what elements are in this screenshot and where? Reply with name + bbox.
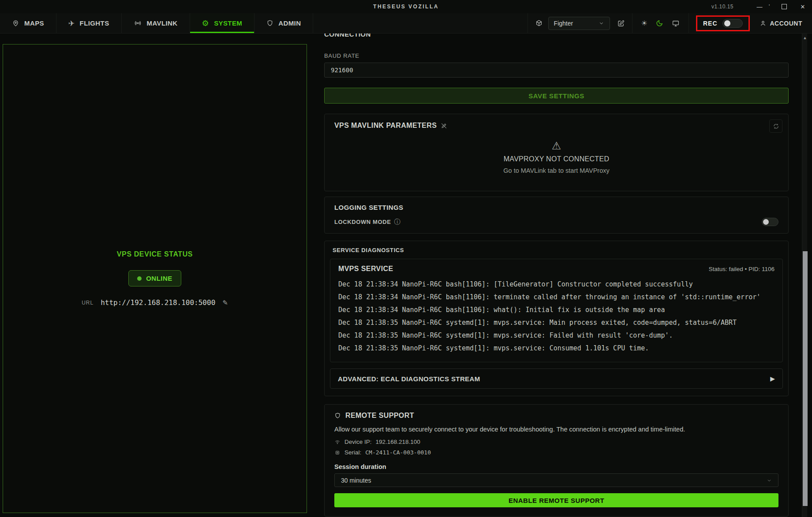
account-button[interactable]: ACCOUNT [757,20,805,27]
session-duration-label: Session duration [334,463,778,470]
lockdown-toggle-knob [763,219,769,225]
info-icon: ⓘ [394,218,400,226]
serial-row: Serial: CM-2411-CA-003-0010 [334,449,778,456]
moon-icon[interactable] [656,19,663,27]
log-line: Dec 18 21:38:34 NanoPi-R6C bash[1106]: [… [338,278,775,291]
tab-label: FLIGHTS [80,19,109,27]
vps-status-panel: VPS DEVICE STATUS ONLINE URL http://192.… [3,44,307,513]
rec-toggle-knob [724,20,730,26]
warning-icon: ⚠ [552,141,561,151]
system-settings-column: CONNECTION BAUD RATE SAVE SETTINGS VPS M… [324,33,789,517]
main-navbar: MAPS ✈ FLIGHTS MAVLINK ⚙ SYSTEM ADMIN [0,13,812,33]
device-ip-label: Device IP: [344,439,372,445]
expand-play-icon: ▶ [770,375,775,382]
tab-system[interactable]: ⚙ SYSTEM [190,13,255,33]
device-ip-row: Device IP: 192.168.218.100 [334,439,778,445]
scroll-up-arrow[interactable]: ▲ [802,36,808,40]
map-pin-icon [12,19,19,27]
gear-icon: ⚙ [202,19,210,28]
shield-icon [266,19,273,27]
chevron-down-icon [767,478,772,483]
nav-right-group: Fighter ☀ REC [528,13,812,33]
logging-settings-header: LOGGING SETTINGS [334,204,778,211]
app-title: THESEUS VOZILLA [0,0,812,13]
plane-icon: ✈ [68,19,75,28]
remote-support-card: REMOTE SUPPORT Allow our support team to… [324,404,789,517]
vehicle-select[interactable]: Fighter [548,17,610,30]
log-line: Dec 18 21:38:34 NanoPi-R6C bash[1106]: w… [338,304,775,316]
enable-remote-support-button[interactable]: ENABLE REMOTE SUPPORT [334,493,778,507]
online-label: ONLINE [146,275,172,282]
log-line: Dec 18 21:38:34 NanoPi-R6C bash[1106]: t… [338,291,775,304]
mavproxy-warning-title: MAVPROXY NOT CONNECTED [504,155,610,163]
mavproxy-warning-subtitle: Go to MAVLink tab to start MAVProxy [503,167,609,174]
serial-label: Serial: [344,449,361,456]
mvps-service-title: MVPS SERVICE [338,265,393,273]
tab-label: MAPS [24,19,44,27]
sun-icon[interactable]: ☀ [641,19,647,27]
tab-label: SYSTEM [214,19,242,27]
vehicle-select-value: Fighter [554,20,573,27]
titlebar-controls: v1.10.15 — ' ✕ [711,0,812,13]
tab-admin[interactable]: ADMIN [254,13,313,33]
maximize-button[interactable] [775,0,793,13]
edit-vehicle-button[interactable] [617,19,625,27]
divider [528,13,528,33]
theme-switcher: ☀ [632,19,689,27]
baud-rate-label: BAUD RATE [324,52,789,59]
chip-icon [334,450,341,456]
baud-rate-input[interactable] [324,63,789,78]
device-ip-value: 192.168.218.100 [376,439,420,445]
logging-settings-card: LOGGING SETTINGS LOCKDOWN MODE ⓘ [324,197,789,234]
save-settings-button[interactable]: SAVE SETTINGS [324,88,789,104]
tab-mavlink[interactable]: MAVLINK [122,13,190,33]
close-button[interactable]: ✕ [793,0,812,13]
session-duration-select[interactable]: 30 minutes [334,473,778,487]
device-url-row: URL http://192.168.218.100:5000 ✎ [82,298,228,307]
chevron-down-icon [599,20,604,26]
remote-support-description: Allow our support team to securely conne… [334,426,778,433]
restore-tick-icon: ' [769,4,775,10]
tab-flights[interactable]: ✈ FLIGHTS [56,13,122,33]
device-url-value: http://192.168.218.100:5000 [101,298,215,307]
scrollbar-thumb[interactable] [803,251,808,506]
scrollbar[interactable]: ▲ [802,33,807,517]
vps-status-title: VPS DEVICE STATUS [117,250,193,258]
nav-tabs: MAPS ✈ FLIGHTS MAVLINK ⚙ SYSTEM ADMIN [0,13,313,33]
log-line: Dec 18 21:38:35 NanoPi-R6C systemd[1]: m… [338,316,775,329]
advanced-ecal-expander[interactable]: ADVANCED: ECAL DIAGNOSTICS STREAM ▶ [330,368,783,389]
cube-icon [535,19,543,27]
app-version: v1.10.15 [711,4,733,10]
lockdown-mode-toggle[interactable] [762,218,778,226]
url-label: URL [82,300,94,306]
main-content: VPS DEVICE STATUS ONLINE URL http://192.… [0,33,812,517]
tab-label: MAVLINK [147,19,178,27]
refresh-parameters-button[interactable] [769,119,782,133]
service-diagnostics-card: SERVICE DIAGNOSTICS MVPS SERVICE Status:… [324,241,789,396]
edit-disabled-icon [441,123,447,129]
lockdown-mode-row: LOCKDOWN MODE ⓘ [334,218,778,226]
log-line: Dec 18 21:38:35 NanoPi-R6C systemd[1]: m… [338,342,775,355]
online-status-badge[interactable]: ONLINE [128,270,181,286]
divider [689,13,689,33]
rec-label: REC [703,20,718,27]
edit-url-button[interactable]: ✎ [222,299,228,307]
monitor-icon[interactable] [672,19,680,27]
tab-maps[interactable]: MAPS [0,13,56,33]
serial-value: CM-2411-CA-003-0010 [365,449,431,456]
tab-label: ADMIN [278,19,301,27]
minimize-button[interactable]: — [750,0,769,13]
service-diagnostics-header: SERVICE DIAGNOSTICS [333,247,783,253]
person-icon [760,20,767,27]
wifi-icon [334,439,341,445]
titlebar: THESEUS VOZILLA v1.10.15 — ' ✕ [0,0,812,13]
remote-shield-icon [334,412,341,419]
mavproxy-warning: ⚠ MAVPROXY NOT CONNECTED Go to MAVLink t… [334,141,778,174]
service-status-text: Status: failed • PID: 1106 [709,266,775,272]
rec-toggle[interactable] [722,19,743,28]
advanced-ecal-label: ADVANCED: ECAL DIAGNOSTICS STREAM [338,375,480,383]
remote-support-header: REMOTE SUPPORT [345,412,414,420]
mavlink-parameters-card: VPS MAVLINK PARAMETERS ⚠ MAVPROXY NOT CO… [324,114,789,191]
connection-header: CONNECTION [324,33,789,38]
service-log-output: Dec 18 21:38:34 NanoPi-R6C bash[1106]: [… [338,278,775,355]
